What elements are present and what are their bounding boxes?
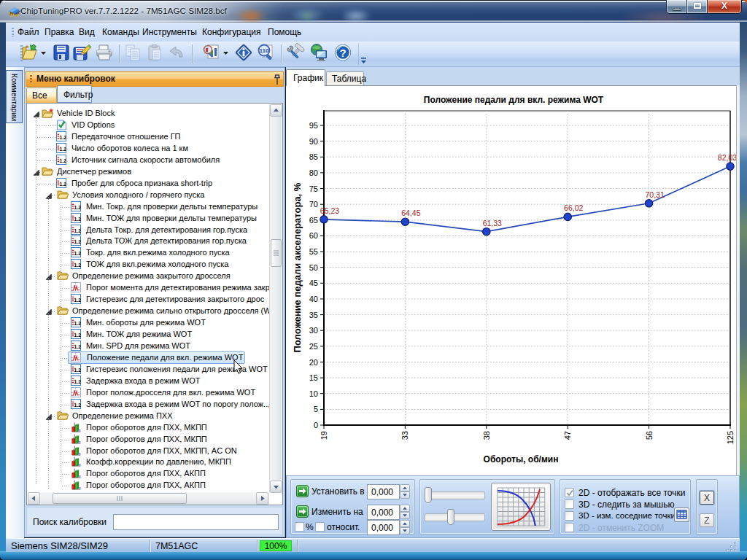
svg-text:1.2: 1.2 xyxy=(74,344,81,349)
svg-text:Обороты, об/мин: Обороты, об/мин xyxy=(484,454,559,464)
svg-text:70: 70 xyxy=(309,200,318,209)
svg-text:1.2: 1.2 xyxy=(74,298,81,303)
svg-text:Положение педали акселератора,: Положение педали акселератора, % xyxy=(292,182,303,352)
svg-text:75: 75 xyxy=(309,184,318,193)
svg-text:40: 40 xyxy=(309,295,318,303)
svg-text:1.2: 1.2 xyxy=(59,182,66,187)
svg-text:47: 47 xyxy=(563,431,572,440)
svg-text:25: 25 xyxy=(309,342,318,351)
svg-text:0: 0 xyxy=(314,421,318,429)
svg-text:1.2: 1.2 xyxy=(74,251,81,256)
svg-text:60: 60 xyxy=(309,231,318,240)
svg-text:1.2: 1.2 xyxy=(74,402,81,408)
svg-text:19: 19 xyxy=(320,431,328,440)
svg-text:65: 65 xyxy=(309,216,318,225)
svg-text:55: 55 xyxy=(309,247,318,256)
svg-text:1.2: 1.2 xyxy=(74,368,81,373)
svg-text:95: 95 xyxy=(309,121,318,130)
svg-text:65,23: 65,23 xyxy=(320,206,339,215)
svg-text:85: 85 xyxy=(309,152,318,161)
svg-text:20: 20 xyxy=(309,358,318,367)
svg-text:1.2: 1.2 xyxy=(59,158,66,163)
svg-text:1.2: 1.2 xyxy=(59,147,66,152)
svg-text:90: 90 xyxy=(309,137,318,146)
svg-text:10: 10 xyxy=(309,389,318,398)
svg-text:82,03: 82,03 xyxy=(718,153,736,162)
svg-text:110: 110 xyxy=(260,47,269,54)
svg-text:5: 5 xyxy=(314,405,318,413)
svg-text:56: 56 xyxy=(645,431,654,440)
svg-text:?: ? xyxy=(339,47,346,59)
svg-text:1.2: 1.2 xyxy=(74,239,81,244)
svg-text:45: 45 xyxy=(309,279,318,287)
svg-text:1.2: 1.2 xyxy=(74,205,81,210)
svg-text:30: 30 xyxy=(309,326,318,335)
svg-text:33: 33 xyxy=(400,431,409,440)
svg-text:35: 35 xyxy=(309,311,318,319)
svg-text:80: 80 xyxy=(309,168,318,177)
svg-text:64,45: 64,45 xyxy=(401,209,420,217)
svg-text:125: 125 xyxy=(726,431,735,444)
svg-text:1.2: 1.2 xyxy=(74,321,81,326)
svg-text:Положение педали для вкл. режи: Положение педали для вкл. режима WOT xyxy=(424,95,604,105)
svg-text:61,33: 61,33 xyxy=(483,219,502,228)
svg-text:1.2: 1.2 xyxy=(74,228,81,233)
svg-text:1.2: 1.2 xyxy=(74,332,81,338)
svg-text:1.2: 1.2 xyxy=(74,379,81,384)
svg-text:38: 38 xyxy=(482,431,491,440)
svg-text:15: 15 xyxy=(309,373,318,382)
svg-text:1.2: 1.2 xyxy=(59,135,66,140)
svg-text:1.2: 1.2 xyxy=(74,217,81,222)
svg-text:66,02: 66,02 xyxy=(564,203,583,212)
svg-text:50: 50 xyxy=(309,263,318,272)
svg-text:1.2: 1.2 xyxy=(74,262,81,268)
svg-text:70,31: 70,31 xyxy=(645,190,664,199)
